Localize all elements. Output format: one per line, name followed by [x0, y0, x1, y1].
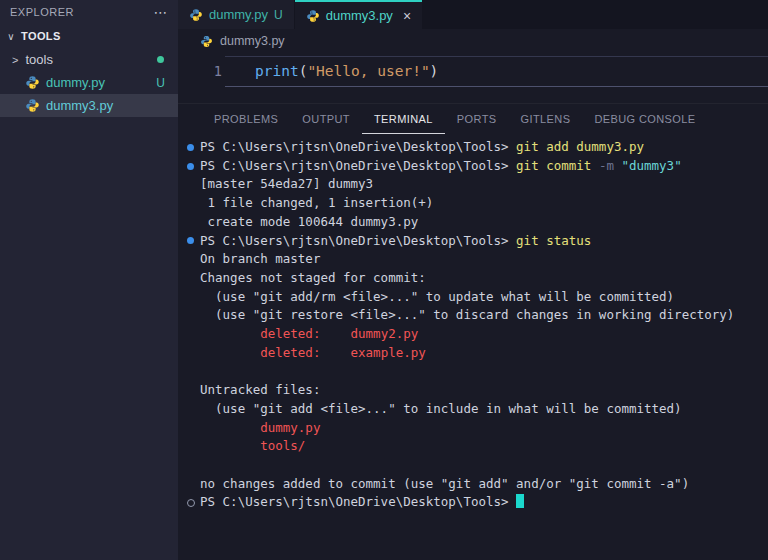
- text-segment: PS C:\Users\rjtsn\OneDrive\Desktop\Tools…: [200, 233, 516, 248]
- python-file-icon: [200, 35, 213, 48]
- text-segment: [200, 326, 260, 341]
- breadcrumb[interactable]: dummy3.py: [178, 29, 768, 53]
- terminal-line: (use "git restore <file>..." to discard …: [187, 306, 768, 325]
- text-segment: [200, 345, 260, 360]
- text-segment: (use "git add <file>..." to include in w…: [200, 401, 682, 416]
- bullet-spacer: [187, 325, 200, 344]
- chevron-right-icon: >: [12, 54, 18, 66]
- bullet-spacer: [187, 381, 200, 400]
- tab-label: dummy.py: [209, 7, 268, 22]
- text-segment: On branch master: [200, 251, 320, 266]
- section-label: TOOLS: [21, 30, 61, 42]
- file-label: dummy3.py: [46, 98, 113, 113]
- git-untracked-badge: U: [156, 76, 165, 90]
- terminal-line-text: no changes added to commit (use "git add…: [200, 475, 689, 494]
- bullet-spacer: [187, 269, 200, 288]
- panel-tab-ports[interactable]: PORTS: [445, 104, 509, 134]
- bullet-spacer: [187, 362, 200, 381]
- sidebar-section-tools[interactable]: ∨ TOOLS: [0, 24, 178, 48]
- terminal-cursor: [516, 494, 524, 508]
- text-segment: tools/: [260, 438, 305, 453]
- text-segment: git commit: [516, 158, 599, 173]
- chevron-down-icon: ∨: [6, 31, 16, 42]
- command-status-dot: [187, 493, 200, 512]
- text-segment: Untracked files:: [200, 382, 320, 397]
- breadcrumb-filename: dummy3.py: [220, 34, 285, 48]
- terminal-line: create mode 100644 dummy3.py: [187, 213, 768, 232]
- text-segment: ): [430, 63, 439, 79]
- panel-tab-terminal[interactable]: TERMINAL: [362, 104, 445, 134]
- file-label: dummy.py: [46, 75, 105, 90]
- python-file-icon: [189, 8, 203, 22]
- terminal-line: Changes not staged for commit:: [187, 269, 768, 288]
- folder-label: tools: [25, 52, 52, 67]
- explorer-header: EXPLORER ⋯: [0, 0, 178, 24]
- terminal-line-text: create mode 100644 dummy3.py: [200, 213, 418, 232]
- code-editor[interactable]: 1 print("Hello, user!"): [178, 53, 768, 103]
- bullet-spacer: [187, 437, 200, 456]
- terminal-line-text: tools/: [200, 437, 305, 456]
- line-number: 1: [178, 56, 225, 87]
- text-segment: deleted: example.py: [260, 345, 426, 360]
- command-status-dot: [187, 157, 200, 176]
- terminal-line-text: dummy.py: [200, 419, 320, 438]
- terminal-line-text: PS C:\Users\rjtsn\OneDrive\Desktop\Tools…: [200, 493, 524, 512]
- panel-tab-gitlens[interactable]: GITLENS: [509, 104, 583, 134]
- text-segment: deleted: dummy2.py: [260, 326, 418, 341]
- text-segment: (use "git restore <file>..." to discard …: [200, 307, 734, 322]
- bullet-spacer: [187, 213, 200, 232]
- tree-item-dummy3-py[interactable]: dummy3.py: [0, 94, 178, 117]
- text-segment: PS C:\Users\rjtsn\OneDrive\Desktop\Tools…: [200, 139, 516, 154]
- bullet-spacer: [187, 194, 200, 213]
- editor-area: dummy.py U dummy3.py × dummy3.py 1 print…: [178, 0, 768, 560]
- text-segment: 1 file changed, 1 insertion(+): [200, 195, 433, 210]
- tab-dummy3-py[interactable]: dummy3.py ×: [295, 0, 422, 29]
- terminal-line: [187, 456, 768, 475]
- text-segment: [200, 420, 260, 435]
- terminal-content[interactable]: PS C:\Users\rjtsn\OneDrive\Desktop\Tools…: [178, 134, 768, 560]
- more-actions-icon[interactable]: ⋯: [154, 4, 169, 20]
- terminal-line-text: PS C:\Users\rjtsn\OneDrive\Desktop\Tools…: [200, 157, 682, 176]
- terminal-line-text: deleted: dummy2.py: [200, 325, 418, 344]
- python-file-icon: [306, 9, 320, 23]
- terminal-line: deleted: example.py: [187, 344, 768, 363]
- terminal-line-text: (use "git add/rm <file>..." to update wh…: [200, 288, 674, 307]
- python-file-icon: [25, 98, 40, 113]
- bullet-spacer: [187, 288, 200, 307]
- terminal-line-text: [master 54eda27] dummy3: [200, 175, 373, 194]
- bullet-spacer: [187, 419, 200, 438]
- bullet-spacer: [187, 456, 200, 475]
- terminal-line: [187, 362, 768, 381]
- terminal-line-text: Changes not staged for commit:: [200, 269, 426, 288]
- tab-dummy-py[interactable]: dummy.py U: [178, 0, 295, 29]
- terminal-line-text: deleted: example.py: [200, 344, 426, 363]
- panel-tab-debug-console[interactable]: DEBUG CONSOLE: [582, 104, 707, 134]
- terminal-line: Untracked files:: [187, 381, 768, 400]
- terminal-line-text: On branch master: [200, 250, 320, 269]
- terminal-line: deleted: dummy2.py: [187, 325, 768, 344]
- python-file-icon: [25, 75, 40, 90]
- command-status-dot: [187, 232, 200, 251]
- tree-item-tools-folder[interactable]: > tools: [0, 48, 178, 71]
- tab-label: dummy3.py: [326, 8, 393, 23]
- text-segment: create mode 100644 dummy3.py: [200, 214, 418, 229]
- terminal-line: On branch master: [187, 250, 768, 269]
- panel-tab-output[interactable]: OUTPUT: [290, 104, 362, 134]
- text-segment: "dummy3": [621, 158, 681, 173]
- close-icon[interactable]: ×: [403, 9, 411, 23]
- text-segment: "Hello, user!": [307, 63, 429, 79]
- panel-tabs: PROBLEMSOUTPUTTERMINALPORTSGITLENSDEBUG …: [178, 104, 768, 134]
- terminal-line: [master 54eda27] dummy3: [187, 175, 768, 194]
- text-segment: -m: [599, 158, 622, 173]
- terminal-line-text: PS C:\Users\rjtsn\OneDrive\Desktop\Tools…: [200, 232, 591, 251]
- terminal-line-text: PS C:\Users\rjtsn\OneDrive\Desktop\Tools…: [200, 138, 644, 157]
- vscode-window: EXPLORER ⋯ ∨ TOOLS > tools dummy.py U du…: [0, 0, 768, 560]
- terminal-line-text: Untracked files:: [200, 381, 320, 400]
- editor-line-1: 1 print("Hello, user!"): [178, 56, 768, 87]
- tree-item-dummy-py[interactable]: dummy.py U: [0, 71, 178, 94]
- panel-tab-problems[interactable]: PROBLEMS: [202, 104, 290, 134]
- bullet-spacer: [187, 250, 200, 269]
- terminal-line-text: (use "git add <file>..." to include in w…: [200, 400, 682, 419]
- editor-tabbar: dummy.py U dummy3.py ×: [178, 0, 768, 29]
- terminal-line: PS C:\Users\rjtsn\OneDrive\Desktop\Tools…: [187, 157, 768, 176]
